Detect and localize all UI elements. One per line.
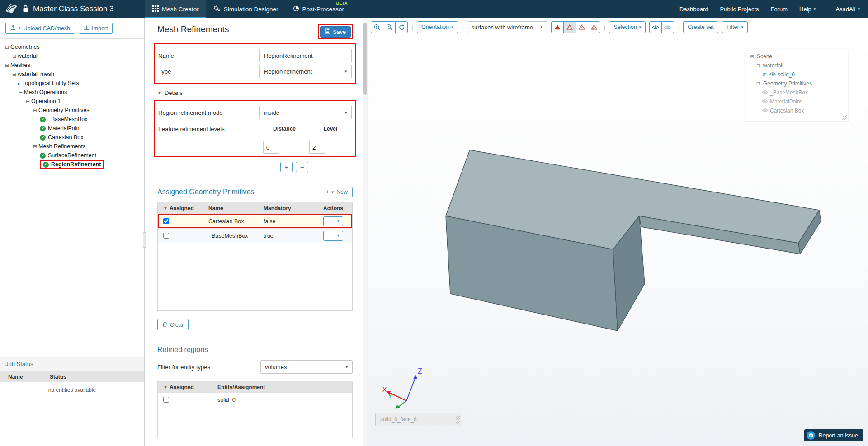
tree-item-waterfall[interactable]: ⊞waterfall bbox=[0, 52, 144, 61]
remove-row-button[interactable]: − bbox=[296, 162, 308, 172]
sort-icon[interactable]: ▼ bbox=[163, 206, 168, 211]
type-select[interactable]: Region refinement ▼ bbox=[259, 65, 352, 78]
tree-item-geometries[interactable]: ⊟Geometries bbox=[0, 42, 144, 52]
distance-header: Distance bbox=[259, 126, 309, 132]
report-issue-button[interactable]: Report an issue bbox=[804, 429, 863, 441]
tree-item-basemeshbox[interactable]: ✔_BaseMeshBox bbox=[0, 115, 144, 124]
scene-tree-item-waterfall[interactable]: ⊟waterfall bbox=[749, 61, 844, 70]
assigned-checkbox[interactable] bbox=[163, 233, 169, 239]
scene-tree-item-materialpoint[interactable]: MaterialPoint bbox=[749, 97, 844, 106]
axis-z-label: Z bbox=[418, 367, 422, 375]
table-row-basemeshbox[interactable]: _BaseMeshBox true ▼ bbox=[158, 228, 352, 243]
tree-item-regionrefinement[interactable]: ✔ RegionRefinement bbox=[0, 160, 144, 169]
tab-mesh-creator[interactable]: Mesh Creator bbox=[145, 0, 206, 18]
user-menu[interactable]: AsadAli▾ bbox=[835, 6, 860, 13]
tree-item-topological-entity-sets[interactable]: ●Topological Entity Sets bbox=[0, 79, 144, 88]
tree-item-waterfall-mesh[interactable]: ⊟waterfall mesh bbox=[0, 70, 144, 79]
scene-tree-item-cartesian-box[interactable]: Cartesian Box bbox=[749, 106, 844, 115]
collapse-icon[interactable]: ⊟ bbox=[32, 144, 38, 150]
save-button[interactable]: Save bbox=[320, 26, 351, 38]
mesh-quality-outline-button[interactable] bbox=[563, 21, 576, 33]
clear-button[interactable]: Clear bbox=[157, 319, 189, 330]
eye-icon[interactable] bbox=[762, 99, 768, 105]
assigned-checkbox[interactable] bbox=[163, 397, 169, 403]
import-button[interactable]: Import bbox=[79, 23, 113, 34]
overlay-resize-handle[interactable] bbox=[842, 115, 847, 120]
render-canvas[interactable]: ⊟Scene ⊟waterfall ⊞solid_0 ⊟Geometry Pri… bbox=[368, 36, 868, 446]
label-resize-handle[interactable] bbox=[456, 415, 460, 424]
collapse-icon[interactable]: ⊟ bbox=[17, 89, 24, 95]
details-toggle[interactable]: ▼ Details bbox=[157, 89, 353, 96]
scene-tree-item-basemeshbox[interactable]: _BaseMeshBox bbox=[749, 88, 844, 97]
sort-icon[interactable]: ▼ bbox=[163, 385, 168, 390]
new-primitive-button[interactable]: + ▾ New bbox=[321, 187, 353, 197]
zoom-out-button[interactable] bbox=[383, 21, 396, 33]
nav-dashboard[interactable]: Dashboard bbox=[679, 6, 708, 13]
tree-item-meshes[interactable]: ⊟Meshes bbox=[0, 61, 144, 70]
check-icon: ✔ bbox=[43, 162, 49, 168]
assigned-primitives-table: ▼Assigned Name Mandatory Actions Cartesi… bbox=[157, 202, 353, 311]
tab-post-processor[interactable]: BETA Post-Processor bbox=[286, 0, 351, 18]
scene-tree-item-solid0[interactable]: ⊞solid_0 bbox=[749, 70, 844, 79]
scene-tree-item-scene[interactable]: ⊟Scene bbox=[749, 52, 844, 61]
sidebar-resize-handle[interactable] bbox=[143, 232, 146, 248]
collapse-icon[interactable]: ⊟ bbox=[749, 54, 755, 60]
nav-forum[interactable]: Forum bbox=[771, 6, 788, 13]
collapse-icon[interactable]: ⊟ bbox=[4, 44, 10, 50]
tree-item-surfacerefinement[interactable]: ✔SurfaceRefinement bbox=[0, 151, 144, 160]
panel-scrollbar[interactable] bbox=[363, 18, 368, 446]
region-mode-label: Region refinement mode bbox=[158, 109, 222, 116]
collapse-icon[interactable]: ⊟ bbox=[755, 63, 761, 69]
collapse-icon[interactable]: ⊟ bbox=[4, 62, 10, 68]
collapse-icon[interactable]: ⊟ bbox=[11, 71, 18, 77]
tree-item-operation-1[interactable]: ⊟Operation 1 bbox=[0, 97, 144, 106]
create-set-button[interactable]: Create set bbox=[683, 21, 718, 33]
add-row-button[interactable]: + bbox=[280, 162, 293, 172]
tree-item-geometry-primitives[interactable]: ⊟Geometry Primitives bbox=[0, 106, 144, 115]
distance-input[interactable] bbox=[263, 141, 279, 154]
check-icon: ✔ bbox=[40, 153, 46, 159]
name-input[interactable] bbox=[259, 49, 352, 62]
eye-icon[interactable] bbox=[769, 71, 776, 78]
eye-icon[interactable] bbox=[762, 108, 768, 114]
tree-item-materialpoint[interactable]: ✔MaterialPoint bbox=[0, 124, 144, 133]
collapse-icon[interactable]: ⊟ bbox=[32, 108, 38, 113]
collapse-icon[interactable]: ⊟ bbox=[24, 99, 31, 104]
entity-filter-select[interactable]: volumes ▼ bbox=[260, 360, 353, 374]
mesh-quality-worst-button[interactable] bbox=[588, 21, 600, 33]
reset-view-button[interactable] bbox=[395, 21, 408, 33]
tree-item-mesh-refinements[interactable]: ⊟Mesh Refinements bbox=[0, 142, 144, 151]
orientation-button[interactable]: Orientation▾ bbox=[417, 21, 458, 33]
hide-selection-button[interactable] bbox=[661, 21, 674, 33]
row-actions-dropdown[interactable]: ▼ bbox=[323, 216, 343, 226]
zoom-in-button[interactable] bbox=[371, 21, 383, 33]
tree-item-mesh-operations[interactable]: ⊟Mesh Operations bbox=[0, 88, 144, 97]
upload-cad-button[interactable]: ▾ Upload CAD/mesh bbox=[5, 23, 75, 34]
row-actions-dropdown[interactable]: ▼ bbox=[323, 231, 343, 241]
scrollbar-thumb[interactable] bbox=[363, 23, 367, 95]
eye-icon[interactable] bbox=[762, 89, 768, 96]
show-selection-button[interactable] bbox=[649, 21, 662, 33]
display-mode-select[interactable]: surfaces with wireframe ▼ bbox=[467, 21, 547, 33]
selection-button[interactable]: Selection▾ bbox=[609, 21, 646, 33]
save-icon bbox=[325, 28, 330, 35]
scene-tree-overlay: ⊟Scene ⊟waterfall ⊞solid_0 ⊟Geometry Pri… bbox=[745, 49, 848, 121]
expand-icon[interactable]: ⊞ bbox=[762, 72, 768, 78]
mesh-quality-histogram-button[interactable] bbox=[576, 21, 588, 33]
mesh-quality-solid-button[interactable] bbox=[551, 21, 564, 33]
table-row-solid0[interactable]: solid_0 bbox=[158, 393, 352, 406]
filter-button[interactable]: Filter▾ bbox=[722, 21, 748, 33]
region-mode-select[interactable]: inside ▼ bbox=[259, 106, 352, 119]
tab-simulation-designer[interactable]: Simulation Designer bbox=[206, 0, 286, 18]
level-input[interactable] bbox=[309, 141, 326, 154]
col-assigned: Assigned bbox=[170, 205, 194, 211]
assigned-checkbox[interactable] bbox=[163, 218, 169, 224]
table-row-cartesian-box[interactable]: Cartesian Box false ▼ bbox=[158, 214, 352, 228]
tree-item-cartesian-box[interactable]: ✔Cartesian Box bbox=[0, 133, 144, 142]
nav-public-projects[interactable]: Public Projects bbox=[720, 6, 759, 13]
nav-help[interactable]: Help▾ bbox=[799, 6, 816, 13]
chevron-down-icon: ▼ bbox=[336, 234, 340, 238]
expand-icon[interactable]: ⊞ bbox=[11, 53, 18, 59]
scene-tree-item-geometry-primitives[interactable]: ⊟Geometry Primitives bbox=[749, 79, 844, 88]
collapse-icon[interactable]: ⊟ bbox=[755, 81, 761, 87]
